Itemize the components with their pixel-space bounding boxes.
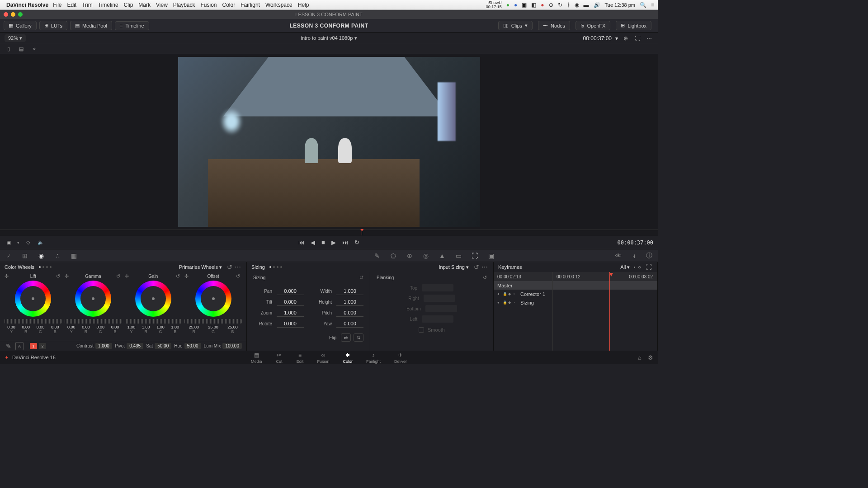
picker-icon[interactable]: ✎: [5, 342, 13, 350]
channel-value[interactable]: 25.00: [208, 325, 218, 329]
qualifier-icon[interactable]: ✎: [373, 252, 381, 260]
reset-icon[interactable]: ↺: [56, 273, 60, 279]
hsl-icon[interactable]: ∴: [53, 252, 61, 260]
sz-value[interactable]: 1.000: [336, 287, 363, 295]
openfx-button[interactable]: fxOpenFX: [576, 21, 611, 30]
volume-icon[interactable]: 🔊: [594, 2, 600, 8]
original-icon[interactable]: ◇: [24, 239, 32, 247]
window-close-button[interactable]: [4, 12, 8, 17]
crosshair-icon[interactable]: ✛: [65, 273, 69, 279]
expand-icon[interactable]: ⛶: [633, 34, 642, 42]
sz-value[interactable]: 0.000: [277, 320, 304, 328]
primaries-icon[interactable]: ◉: [37, 252, 45, 260]
channel-value[interactable]: 1.00: [171, 325, 179, 329]
color-wheel[interactable]: [135, 281, 171, 317]
sat-value[interactable]: 50.00: [155, 343, 171, 349]
color-wheel[interactable]: [15, 281, 51, 317]
menu-trim[interactable]: Trim: [82, 2, 93, 8]
sz-value[interactable]: 0.000: [277, 298, 304, 306]
kf-dot-inactive[interactable]: •: [633, 264, 635, 270]
mediapool-button[interactable]: ▤Media Pool: [70, 21, 112, 30]
channel-value[interactable]: 0.00: [67, 325, 75, 329]
reset-icon[interactable]: ↺: [116, 273, 120, 279]
gallery-button[interactable]: ▦Gallery: [4, 21, 37, 30]
kf-corrector-row[interactable]: ●🔒◆› Corrector 1: [494, 290, 552, 298]
window-minimize-button[interactable]: [11, 12, 15, 17]
channel-value[interactable]: 0.00: [7, 325, 15, 329]
blank-value[interactable]: [425, 305, 457, 312]
menubar-box-icon[interactable]: ▣: [522, 2, 527, 8]
reset-icon[interactable]: ↺: [226, 263, 234, 271]
prev-clip-button[interactable]: ⏮: [298, 239, 304, 246]
master-slider[interactable]: [125, 319, 182, 324]
channel-value[interactable]: 0.00: [51, 325, 59, 329]
mute-icon[interactable]: 🔈: [37, 239, 45, 247]
menubar-rec-icon[interactable]: ●: [541, 2, 544, 8]
expand-icon[interactable]: ⛶: [645, 263, 653, 271]
sz-value[interactable]: 0.000: [336, 309, 363, 317]
menubar-cloud-icon[interactable]: ⊙: [549, 2, 553, 8]
kf-filter-dropdown[interactable]: All ▾: [620, 264, 630, 270]
master-slider[interactable]: [184, 319, 242, 324]
lightbox-button[interactable]: ⊞Lightbox: [616, 21, 651, 30]
page-deliver[interactable]: ✈Deliver: [394, 352, 407, 364]
more-icon[interactable]: ⋯: [481, 263, 489, 271]
color-wheel[interactable]: [75, 281, 111, 317]
more-icon[interactable]: ⋯: [645, 34, 653, 42]
page-fairlight[interactable]: ♪Fairlight: [366, 352, 381, 364]
sizing-mode-dropdown[interactable]: Input Sizing ▾: [439, 264, 469, 270]
color-wheel[interactable]: [195, 281, 231, 317]
menu-color[interactable]: Color: [222, 2, 236, 8]
kf-master-row[interactable]: Master: [494, 281, 552, 290]
channel-value[interactable]: 0.00: [37, 325, 45, 329]
page-color[interactable]: ✱Color: [343, 352, 353, 364]
menu-workspace[interactable]: Workspace: [265, 2, 292, 8]
channel-value[interactable]: 0.00: [82, 325, 90, 329]
reset-icon[interactable]: ↺: [472, 263, 481, 271]
nodes-button[interactable]: ⊷Nodes: [538, 21, 570, 30]
lummix-value[interactable]: 100.00: [222, 343, 242, 349]
highlight-icon[interactable]: ⊕: [622, 34, 630, 42]
kf-playhead-icon[interactable]: [609, 273, 613, 277]
zoom-dropdown[interactable]: 92% ▾: [5, 34, 26, 42]
auto-icon[interactable]: ⊞: [21, 252, 29, 260]
page-fusion[interactable]: ∞Fusion: [317, 352, 329, 364]
blur-icon[interactable]: ▲: [438, 252, 446, 260]
menu-mark[interactable]: Mark: [138, 2, 151, 8]
crosshair-icon[interactable]: ✛: [125, 273, 129, 279]
master-slider[interactable]: [5, 319, 62, 324]
sz-value[interactable]: 0.000: [277, 287, 304, 295]
reset-icon[interactable]: ↺: [359, 275, 363, 281]
channel-value[interactable]: 25.00: [189, 325, 199, 329]
status-dot-blue-icon[interactable]: ●: [514, 2, 517, 8]
bypass-icon[interactable]: ▣: [5, 239, 13, 247]
menu-file[interactable]: File: [53, 2, 61, 8]
page-edit[interactable]: ≡Edit: [296, 352, 303, 364]
rgb-mixer-icon[interactable]: ▦: [70, 252, 78, 260]
loop-button[interactable]: ↻: [354, 239, 359, 246]
next-clip-button[interactable]: ⏭: [342, 239, 348, 246]
crosshair-icon[interactable]: ✛: [184, 273, 189, 279]
reset-icon[interactable]: ↺: [176, 273, 180, 279]
battery-icon[interactable]: ▬: [584, 2, 589, 8]
page-2-button[interactable]: 2: [39, 343, 46, 349]
viewer-timecode[interactable]: 00:00:37:00: [583, 35, 612, 42]
channel-value[interactable]: 25.00: [227, 325, 238, 329]
settings-icon[interactable]: ⚙: [648, 354, 653, 361]
menu-playback[interactable]: Playback: [173, 2, 195, 8]
3d-icon[interactable]: ▣: [487, 252, 495, 260]
scopes-icon[interactable]: ⫞: [630, 252, 638, 260]
stop-button[interactable]: ■: [321, 239, 325, 246]
crosshair-icon[interactable]: ✛: [5, 273, 9, 279]
sz-value[interactable]: 1.000: [336, 298, 363, 306]
window-zoom-button[interactable]: [18, 12, 23, 17]
timeline-button[interactable]: ≡Timeline: [115, 21, 149, 30]
menu-edit[interactable]: Edit: [67, 2, 77, 8]
spotlight-icon[interactable]: 🔍: [640, 2, 646, 8]
pivot-value[interactable]: 0.435: [127, 343, 143, 349]
menu-view[interactable]: View: [156, 2, 168, 8]
menu-fairlight[interactable]: Fairlight: [241, 2, 260, 8]
smooth-checkbox[interactable]: [419, 327, 424, 333]
tracking-icon[interactable]: ⊕: [406, 252, 414, 260]
sizing-icon[interactable]: ⛶: [471, 252, 479, 260]
